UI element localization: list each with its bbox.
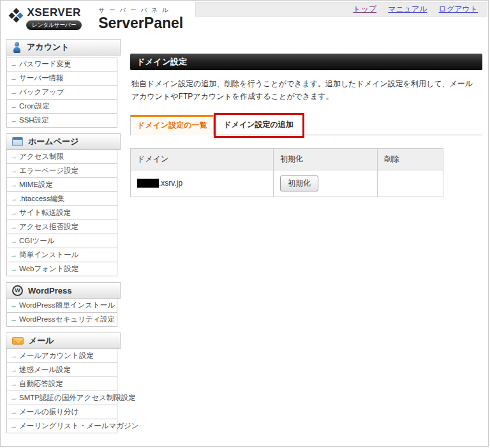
arrow-icon [10, 61, 17, 68]
user-icon [12, 42, 22, 53]
manual-link[interactable]: マニュアル [388, 4, 427, 15]
arrow-icon [10, 237, 17, 244]
sidebar-item-label: アクセス拒否設定 [19, 222, 78, 232]
window-icon [12, 137, 23, 146]
col-header-delete: 削除 [378, 148, 443, 170]
sidebar-item-label: メーリングリスト・メールマガジン [19, 421, 139, 431]
col-header-init: 初期化 [274, 148, 378, 170]
redacted-domain-name [137, 179, 159, 188]
header: XSERVER レンタルサーバー サーバーパネル ServerPanel トップ… [1, 1, 488, 37]
sidebar-item-wp-easy-install[interactable]: WordPress簡単インストール [6, 298, 117, 313]
tab-bar: ドメイン設定の一覧 ドメイン設定の追加 [130, 115, 482, 135]
sidebar-item-label: WordPress簡単インストール [19, 301, 115, 310]
page-description: 独自ドメイン設定の追加、削除を行うことができます。追加したドメイン設定を利用して… [131, 78, 477, 103]
tab-label: ドメイン設定の追加 [223, 120, 293, 129]
arrow-icon [10, 422, 17, 429]
domain-suffix: .xsrv.jp [159, 179, 182, 188]
sidebar-item-label: MIME設定 [19, 180, 53, 190]
sidebar-item-site-redirect[interactable]: サイト転送設定 [6, 205, 117, 220]
serverpanel-window: XSERVER レンタルサーバー サーバーパネル ServerPanel トップ… [0, 0, 489, 447]
arrow-icon [10, 209, 17, 216]
arrow-icon [10, 366, 17, 373]
mail-icon [12, 337, 24, 345]
logout-link[interactable]: ログアウト [439, 4, 478, 15]
sidebar-item-auto-reply[interactable]: 自動応答設定 [6, 377, 117, 391]
sidebar-item-ssh[interactable]: SSH設定 [6, 113, 117, 128]
arrow-icon [10, 302, 17, 309]
sidebar-item-backup[interactable]: バックアップ [6, 85, 117, 100]
arrow-icon [10, 380, 17, 387]
sidebar-item-mailing-list[interactable]: メーリングリスト・メールマガジン [6, 419, 117, 433]
main-content: ドメイン設定 独自ドメイン設定の追加、削除を行うことができます。追加したドメイン… [130, 54, 482, 197]
arrow-icon [10, 181, 17, 188]
arrow-icon [10, 408, 17, 415]
sidebar-item-label: .htaccess編集 [19, 194, 65, 204]
sidebar-section-account: アカウント [6, 39, 121, 56]
product-title: サーバーパネル ServerPanel [98, 6, 183, 31]
sidebar-item-error-page[interactable]: エラーページ設定 [6, 163, 117, 178]
sidebar-item-label: 自動応答設定 [19, 379, 63, 389]
sidebar-item-label: バックアップ [19, 87, 64, 97]
sidebar-item-label: CGIツール [19, 236, 54, 246]
sidebar-item-web-font[interactable]: Webフォント設定 [6, 262, 117, 276]
sidebar-section-mail: メール [6, 332, 121, 349]
arrow-icon [10, 75, 17, 82]
sidebar-item-label: Cron設定 [19, 101, 50, 111]
section-title: ホームページ [28, 136, 78, 147]
sidebar-item-label: アクセス制限 [19, 152, 64, 161]
product-name: ServerPanel [98, 15, 183, 31]
sidebar-item-easy-install[interactable]: 簡単インストール [6, 248, 117, 262]
sidebar-item-mail-sorting[interactable]: メールの振り分け [6, 405, 117, 419]
arrow-icon [10, 103, 17, 110]
domain-cell: .xsrv.jp [131, 170, 274, 197]
sidebar-item-label: WordPressセキュリティ設定 [19, 315, 115, 324]
sidebar-item-smtp-restriction[interactable]: SMTP認証の国外アクセス制限設定 [6, 391, 117, 405]
arrow-icon [10, 117, 17, 124]
arrow-icon [10, 352, 17, 359]
sidebar-item-access-deny[interactable]: アクセス拒否設定 [6, 220, 117, 234]
sidebar-item-label: Webフォント設定 [19, 264, 79, 274]
xserver-diamonds-icon [10, 9, 22, 22]
section-title: メール [29, 335, 54, 347]
rental-server-badge: レンタルサーバー [26, 20, 82, 30]
init-button[interactable]: 初期化 [280, 175, 318, 191]
sidebar-item-label: SSH設定 [19, 116, 49, 125]
top-link[interactable]: トップ [353, 4, 376, 15]
sidebar-item-label: パスワード変更 [19, 59, 71, 69]
arrow-icon [10, 394, 17, 401]
sidebar-item-mail-account[interactable]: メールアカウント設定 [6, 348, 117, 363]
arrow-icon [10, 195, 17, 202]
col-header-domain: ドメイン [131, 148, 274, 170]
sidebar-item-server-info[interactable]: サーバー情報 [6, 71, 117, 86]
sidebar-item-spam-mail[interactable]: 迷惑メール設定 [6, 362, 117, 377]
sidebar-item-password-change[interactable]: パスワード変更 [6, 57, 117, 71]
arrow-icon [10, 316, 17, 323]
sidebar-item-wp-security[interactable]: WordPressセキュリティ設定 [6, 312, 117, 327]
sidebar-item-label: 迷惑メール設定 [19, 365, 71, 375]
arrow-icon [10, 223, 17, 230]
sidebar-item-htaccess[interactable]: .htaccess編集 [6, 191, 117, 206]
logo-block: XSERVER レンタルサーバー サーバーパネル ServerPanel [10, 6, 183, 31]
arrow-icon [10, 265, 17, 273]
sidebar-item-mime[interactable]: MIME設定 [6, 177, 117, 192]
sidebar-section-homepage: ホームページ [6, 133, 121, 150]
xserver-logo: XSERVER レンタルサーバー [10, 6, 82, 30]
sidebar: アカウント パスワード変更 サーバー情報 バックアップ Cron設定 SSH設定… [6, 39, 121, 433]
sidebar-section-wordpress: WordPress [6, 282, 121, 299]
arrow-icon [10, 167, 17, 174]
init-cell: 初期化 [274, 170, 378, 197]
sidebar-item-label: メールアカウント設定 [19, 351, 94, 361]
domain-table: ドメイン 初期化 削除 .xsrv.jp 初期化 [130, 148, 443, 197]
sidebar-item-cgi-tools[interactable]: CGIツール [6, 234, 117, 248]
sidebar-item-cron[interactable]: Cron設定 [6, 99, 117, 114]
sidebar-item-label: メールの振り分け [19, 407, 78, 417]
section-title: WordPress [28, 286, 71, 295]
sidebar-item-access-restriction[interactable]: アクセス制限 [6, 149, 117, 164]
wordpress-icon [12, 285, 23, 296]
arrow-icon [10, 89, 17, 96]
sidebar-item-label: エラーページ設定 [19, 166, 78, 175]
table-header-row: ドメイン 初期化 削除 [131, 148, 443, 170]
tab-domain-list[interactable]: ドメイン設定の一覧 [130, 115, 214, 135]
arrow-icon [10, 153, 17, 160]
tab-domain-add[interactable]: ドメイン設定の追加 [216, 115, 301, 135]
